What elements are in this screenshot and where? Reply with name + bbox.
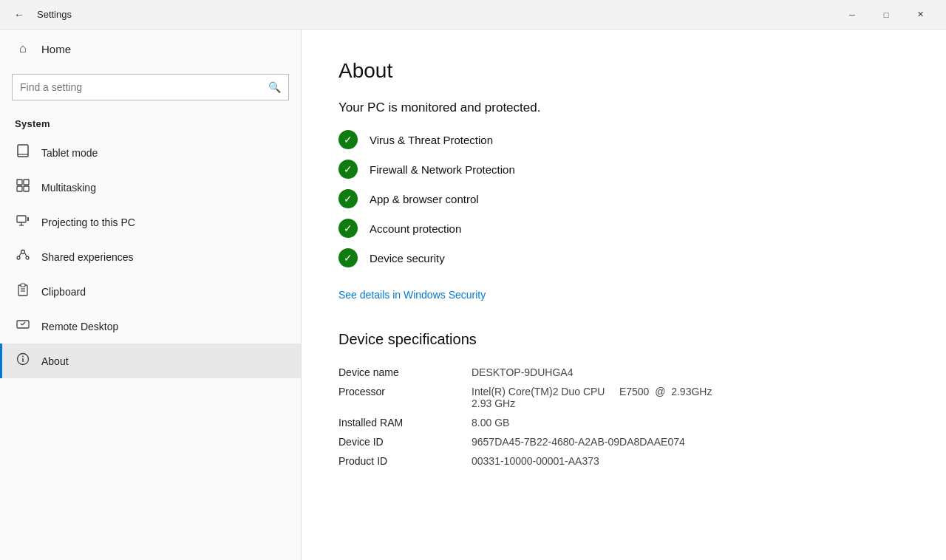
app-body: Home 🔍 System Tablet mode Multitasking P… (0, 30, 946, 560)
svg-rect-0 (18, 145, 28, 157)
spec-value-processor: Intel(R) Core(TM)2 Duo CPU E7500 @ 2.93G… (472, 382, 909, 413)
multitasking-icon (15, 179, 31, 196)
svg-point-11 (17, 256, 20, 259)
sidebar-home-label: Home (41, 43, 71, 55)
sidebar-multitasking-label: Multitasking (41, 182, 96, 194)
svg-rect-3 (24, 180, 29, 185)
sidebar-clipboard-label: Clipboard (41, 286, 86, 298)
page-title: About (338, 59, 909, 83)
svg-line-20 (21, 324, 22, 325)
spec-label-device-name: Device name (338, 363, 472, 382)
spec-value-device-id: 9657DA45-7B22-4680-A2AB-09DA8DAAE074 (472, 432, 909, 451)
see-details-link[interactable]: See details in Windows Security (338, 289, 486, 301)
main-content: About Your PC is monitored and protected… (302, 30, 946, 560)
svg-rect-4 (17, 186, 22, 191)
spec-row-product-id: Product ID 00331-10000-00001-AA373 (338, 451, 909, 471)
check-virus-icon: ✓ (338, 130, 358, 149)
sidebar-remote-label: Remote Desktop (41, 321, 118, 332)
check-device-icon: ✓ (338, 248, 358, 267)
home-icon (15, 41, 31, 56)
search-box: 🔍 (12, 74, 289, 100)
spec-table: Device name DESKTOP-9DUHGA4 Processor In… (338, 363, 909, 471)
spec-label-processor: Processor (338, 382, 472, 413)
security-item-device-label: Device security (370, 252, 445, 264)
close-button[interactable]: ✕ (903, 3, 937, 27)
security-list: ✓ Virus & Threat Protection ✓ Firewall &… (338, 130, 909, 267)
svg-point-10 (21, 250, 25, 254)
sidebar-item-multitasking[interactable]: Multitasking (0, 170, 301, 205)
search-icon: 🔍 (268, 81, 281, 93)
search-input[interactable] (20, 81, 268, 93)
window-controls: ─ □ ✕ (835, 3, 937, 27)
spec-value-device-name: DESKTOP-9DUHGA4 (472, 363, 909, 382)
svg-line-21 (22, 322, 25, 325)
svg-rect-16 (21, 284, 25, 287)
tablet-icon (15, 144, 31, 161)
maximize-button[interactable]: □ (869, 3, 903, 27)
security-item-device: ✓ Device security (338, 248, 909, 267)
spec-label-device-id: Device ID (338, 432, 472, 451)
spec-label-product-id: Product ID (338, 451, 472, 471)
spec-row-device-id: Device ID 9657DA45-7B22-4680-A2AB-09DA8D… (338, 432, 909, 451)
sidebar-item-shared[interactable]: Shared experiences (0, 239, 301, 274)
sidebar-shared-label: Shared experiences (41, 251, 134, 263)
check-account-icon: ✓ (338, 219, 358, 238)
minimize-button[interactable]: ─ (835, 3, 869, 27)
sidebar-item-projecting[interactable]: Projecting to this PC (0, 205, 301, 239)
sidebar: Home 🔍 System Tablet mode Multitasking P… (0, 30, 302, 560)
titlebar-title: Settings (37, 9, 72, 20)
check-browser-icon: ✓ (338, 189, 358, 208)
security-item-virus-label: Virus & Threat Protection (370, 134, 493, 146)
projecting-icon (15, 214, 31, 231)
security-item-firewall: ✓ Firewall & Network Protection (338, 160, 909, 179)
svg-rect-5 (24, 186, 29, 191)
sidebar-projecting-label: Projecting to this PC (41, 216, 135, 228)
clipboard-icon (15, 283, 31, 300)
security-item-account: ✓ Account protection (338, 219, 909, 238)
svg-line-13 (19, 253, 21, 257)
sidebar-item-tablet-mode[interactable]: Tablet mode (0, 135, 301, 170)
svg-rect-6 (17, 216, 26, 222)
back-button[interactable]: ← (9, 4, 30, 25)
sidebar-section-header: System (0, 112, 301, 135)
security-item-firewall-label: Firewall & Network Protection (370, 163, 515, 176)
check-firewall-icon: ✓ (338, 160, 358, 179)
protected-text: Your PC is monitored and protected. (338, 100, 909, 115)
spec-row-device-name: Device name DESKTOP-9DUHGA4 (338, 363, 909, 382)
sidebar-tablet-mode-label: Tablet mode (41, 147, 98, 159)
security-item-virus: ✓ Virus & Threat Protection (338, 130, 909, 149)
security-item-browser: ✓ App & browser control (338, 189, 909, 208)
titlebar: ← Settings ─ □ ✕ (0, 0, 946, 30)
svg-line-14 (25, 253, 27, 257)
spec-row-ram: Installed RAM 8.00 GB (338, 413, 909, 432)
security-item-browser-label: App & browser control (370, 193, 479, 205)
sidebar-item-clipboard[interactable]: Clipboard (0, 274, 301, 309)
sidebar-item-about[interactable]: About (0, 344, 301, 378)
shared-icon (15, 248, 31, 265)
svg-point-24 (22, 356, 24, 358)
svg-point-12 (26, 256, 29, 259)
sidebar-item-remote[interactable]: Remote Desktop (0, 309, 301, 344)
spec-value-product-id: 00331-10000-00001-AA373 (472, 451, 909, 471)
sidebar-home[interactable]: Home (0, 30, 301, 68)
about-icon (15, 352, 31, 369)
sidebar-about-label: About (41, 355, 69, 367)
security-item-account-label: Account protection (370, 222, 461, 235)
remote-icon (15, 318, 31, 335)
svg-rect-9 (27, 217, 29, 221)
device-specs-title: Device specifications (338, 331, 909, 348)
svg-rect-2 (17, 180, 22, 185)
spec-label-ram: Installed RAM (338, 413, 472, 432)
spec-value-ram: 8.00 GB (472, 413, 909, 432)
spec-row-processor: Processor Intel(R) Core(TM)2 Duo CPU E75… (338, 382, 909, 413)
